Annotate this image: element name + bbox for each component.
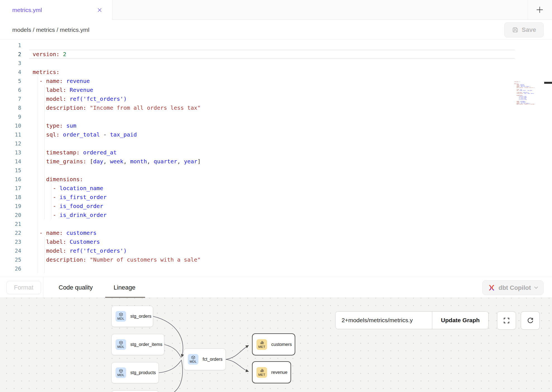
badge-label: MDL bbox=[117, 345, 124, 348]
cube-icon bbox=[191, 355, 195, 360]
code-line-12[interactable]: 12 bbox=[0, 139, 552, 148]
line-number: 11 bbox=[0, 130, 21, 139]
code-line-23[interactable]: 23 label: Customers bbox=[0, 237, 552, 246]
lineage-node-stg-products[interactable]: MDL stg_products bbox=[111, 362, 159, 383]
line-number: 21 bbox=[0, 219, 21, 228]
tab-code-quality[interactable]: Code quality bbox=[59, 277, 93, 298]
line-number: 2 bbox=[0, 50, 21, 59]
code-line-text: - name: revenue bbox=[33, 77, 90, 85]
lineage-node-stg-order-items[interactable]: MDL stg_order_items bbox=[111, 334, 164, 355]
code-line-8[interactable]: 8 description: "Income from all orders l… bbox=[0, 103, 552, 112]
code-line-13[interactable]: 13 timestamp: ordered_at bbox=[0, 148, 552, 157]
indent-guide bbox=[38, 139, 38, 148]
code-line-19[interactable]: 19 - is_food_order bbox=[0, 202, 552, 211]
save-button[interactable]: Save bbox=[504, 22, 544, 37]
line-number: 16 bbox=[0, 175, 21, 184]
cube-icon bbox=[119, 341, 123, 345]
code-line-7[interactable]: 7 model: ref('fct_orders') bbox=[0, 94, 552, 103]
code-line-16[interactable]: 16 dimensions: bbox=[0, 175, 552, 184]
bar-chart-icon bbox=[260, 341, 264, 345]
lineage-canvas[interactable]: MDL stg_orders MDL stg_order_items MDL s… bbox=[0, 298, 552, 392]
bar-chart-icon bbox=[260, 369, 264, 373]
code-line-text: dimensions: bbox=[33, 175, 83, 184]
lineage-node-revenue[interactable]: MET revenue bbox=[252, 361, 291, 383]
code-line-text: description: "Income from all orders les… bbox=[33, 103, 201, 112]
lineage-node-partial[interactable] bbox=[111, 390, 159, 392]
line-number: 1 bbox=[0, 41, 21, 50]
code-line-17[interactable]: 17 - location_name bbox=[0, 184, 552, 193]
code-line-6[interactable]: 6 label: Revenue bbox=[0, 85, 552, 94]
dbt-copilot-icon bbox=[488, 284, 495, 291]
model-badge: MDL bbox=[116, 339, 126, 350]
tab-title: metrics.yml bbox=[12, 7, 42, 13]
code-line-18[interactable]: 18 - is_first_order bbox=[0, 193, 552, 202]
fullscreen-button[interactable] bbox=[497, 311, 516, 330]
close-tab-icon[interactable] bbox=[97, 7, 103, 13]
code-line-15[interactable]: 15 bbox=[0, 166, 552, 175]
code-editor[interactable]: 12version: 234metrics:5 - name: revenue6… bbox=[0, 40, 552, 277]
badge-label: MDL bbox=[189, 360, 196, 363]
code-line-text: label: Customers bbox=[33, 237, 100, 246]
code-line-text: - is_first_order bbox=[33, 193, 107, 202]
save-floppy-icon bbox=[512, 27, 519, 33]
dbt-copilot-button[interactable]: dbt Copilot bbox=[482, 280, 544, 295]
code-line-4[interactable]: 4metrics: bbox=[0, 68, 552, 77]
tab-metrics-yml[interactable]: metrics.yml bbox=[0, 0, 112, 20]
code-line-11[interactable]: 11 sql: order_total - tax_paid bbox=[0, 130, 552, 139]
code-line-26[interactable]: 26 bbox=[0, 264, 552, 273]
editor-minimap[interactable]: version: 2 metrics: - name: revenue labe… bbox=[514, 80, 534, 106]
code-lines[interactable]: 12version: 234metrics:5 - name: revenue6… bbox=[0, 41, 552, 273]
refresh-button[interactable] bbox=[521, 311, 540, 330]
line-number: 18 bbox=[0, 193, 21, 202]
line-number: 17 bbox=[0, 184, 21, 193]
code-line-21[interactable]: 21 bbox=[0, 219, 552, 228]
metric-badge: MET bbox=[256, 367, 267, 378]
metric-badge: MET bbox=[256, 339, 267, 350]
code-line-1[interactable]: 1 bbox=[0, 41, 552, 50]
code-line-9[interactable]: 9 bbox=[0, 112, 552, 121]
code-line-25[interactable]: 25 description: "Number of customers wit… bbox=[0, 255, 552, 264]
code-line-24[interactable]: 24 model: ref('fct_orders') bbox=[0, 246, 552, 255]
lineage-node-fct-orders[interactable]: MDL fct_orders bbox=[184, 348, 226, 370]
current-line-highlight bbox=[29, 50, 515, 59]
lineage-selector-input[interactable] bbox=[335, 312, 432, 329]
code-line-text: time_grains: [day, week, month, quarter,… bbox=[33, 157, 201, 166]
tab-bar-empty-area bbox=[112, 0, 552, 20]
code-line-text: description: "Number of customers with a… bbox=[33, 255, 201, 264]
line-number: 4 bbox=[0, 68, 21, 77]
code-line-14[interactable]: 14 time_grains: [day, week, month, quart… bbox=[0, 157, 552, 166]
code-line-10[interactable]: 10 type: sum bbox=[0, 121, 552, 130]
plus-icon bbox=[536, 6, 544, 14]
toolbar-divider bbox=[43, 277, 43, 298]
line-number: 26 bbox=[0, 264, 21, 273]
badge-label: MET bbox=[258, 345, 265, 348]
code-line-20[interactable]: 20 - is_drink_order bbox=[0, 211, 552, 219]
node-label: stg_products bbox=[130, 370, 156, 375]
code-line-5[interactable]: 5 - name: revenue bbox=[0, 77, 552, 85]
lineage-node-stg-orders[interactable]: MDL stg_orders bbox=[111, 306, 153, 327]
line-number: 25 bbox=[0, 255, 21, 264]
code-line-3[interactable]: 3 bbox=[0, 59, 552, 68]
file-header-row: models / metrics / metrics.yml Save bbox=[0, 20, 552, 40]
lineage-node-customers[interactable]: MET customers bbox=[252, 333, 295, 355]
indent-guide bbox=[38, 264, 38, 273]
update-graph-button[interactable]: Update Graph bbox=[432, 312, 488, 329]
dbt-copilot-label: dbt Copilot bbox=[498, 284, 531, 291]
code-line-2[interactable]: 2version: 2 bbox=[0, 50, 552, 59]
indent-guide bbox=[44, 264, 45, 273]
tab-lineage-label: Lineage bbox=[114, 284, 135, 291]
tab-lineage[interactable]: Lineage bbox=[114, 277, 135, 298]
line-number: 6 bbox=[0, 85, 21, 94]
model-badge: MDL bbox=[116, 311, 126, 322]
editor-bottom-toolbar: Format Code quality Lineage dbt Copilot bbox=[0, 277, 552, 298]
chevron-down-icon bbox=[534, 286, 538, 289]
format-button[interactable]: Format bbox=[6, 281, 41, 294]
indent-guide bbox=[44, 112, 45, 121]
tab-bar: metrics.yml bbox=[0, 0, 552, 20]
new-tab-button[interactable] bbox=[532, 4, 547, 16]
breadcrumb: models / metrics / metrics.yml bbox=[12, 20, 90, 40]
line-number: 22 bbox=[0, 228, 21, 237]
code-line-22[interactable]: 22 - name: customers bbox=[0, 228, 552, 237]
indent-guide bbox=[38, 166, 38, 175]
code-line-text: sql: order_total - tax_paid bbox=[33, 130, 137, 139]
